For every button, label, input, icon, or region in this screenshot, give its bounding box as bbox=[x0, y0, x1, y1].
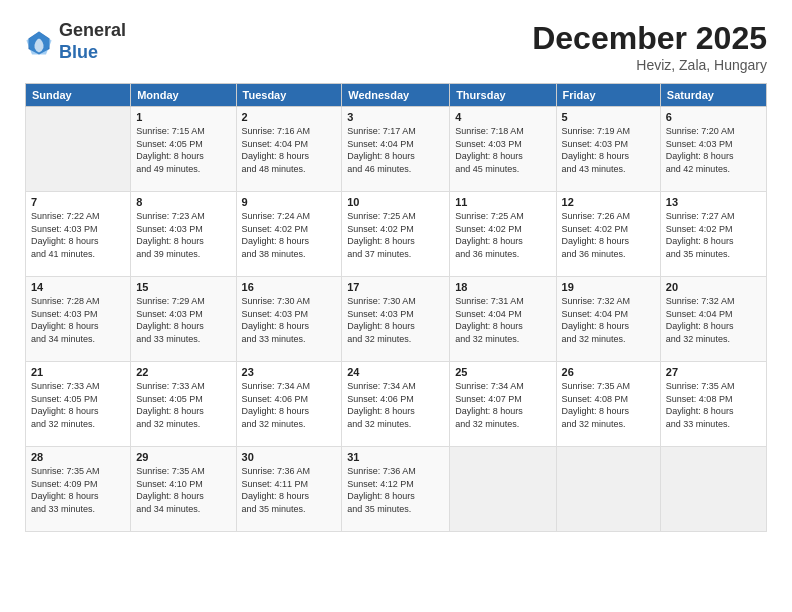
day-info: Sunrise: 7:28 AM Sunset: 4:03 PM Dayligh… bbox=[31, 295, 125, 345]
calendar-header-row: SundayMondayTuesdayWednesdayThursdayFrid… bbox=[26, 84, 767, 107]
day-number: 31 bbox=[347, 451, 444, 463]
day-number: 19 bbox=[562, 281, 655, 293]
day-info: Sunrise: 7:22 AM Sunset: 4:03 PM Dayligh… bbox=[31, 210, 125, 260]
day-cell: 17Sunrise: 7:30 AM Sunset: 4:03 PM Dayli… bbox=[342, 277, 450, 362]
day-cell: 29Sunrise: 7:35 AM Sunset: 4:10 PM Dayli… bbox=[131, 447, 236, 532]
day-info: Sunrise: 7:24 AM Sunset: 4:02 PM Dayligh… bbox=[242, 210, 337, 260]
day-number: 6 bbox=[666, 111, 761, 123]
location-subtitle: Heviz, Zala, Hungary bbox=[532, 57, 767, 73]
day-info: Sunrise: 7:25 AM Sunset: 4:02 PM Dayligh… bbox=[455, 210, 550, 260]
day-cell: 5Sunrise: 7:19 AM Sunset: 4:03 PM Daylig… bbox=[556, 107, 660, 192]
month-title: December 2025 bbox=[532, 20, 767, 57]
day-cell bbox=[556, 447, 660, 532]
day-number: 11 bbox=[455, 196, 550, 208]
day-number: 2 bbox=[242, 111, 337, 123]
col-header-monday: Monday bbox=[131, 84, 236, 107]
day-number: 15 bbox=[136, 281, 230, 293]
day-number: 27 bbox=[666, 366, 761, 378]
day-number: 14 bbox=[31, 281, 125, 293]
day-info: Sunrise: 7:16 AM Sunset: 4:04 PM Dayligh… bbox=[242, 125, 337, 175]
day-number: 4 bbox=[455, 111, 550, 123]
day-cell: 4Sunrise: 7:18 AM Sunset: 4:03 PM Daylig… bbox=[450, 107, 556, 192]
day-cell: 22Sunrise: 7:33 AM Sunset: 4:05 PM Dayli… bbox=[131, 362, 236, 447]
day-number: 13 bbox=[666, 196, 761, 208]
day-info: Sunrise: 7:36 AM Sunset: 4:11 PM Dayligh… bbox=[242, 465, 337, 515]
day-number: 28 bbox=[31, 451, 125, 463]
day-cell: 12Sunrise: 7:26 AM Sunset: 4:02 PM Dayli… bbox=[556, 192, 660, 277]
day-cell: 27Sunrise: 7:35 AM Sunset: 4:08 PM Dayli… bbox=[660, 362, 766, 447]
day-cell bbox=[660, 447, 766, 532]
day-number: 10 bbox=[347, 196, 444, 208]
col-header-wednesday: Wednesday bbox=[342, 84, 450, 107]
day-info: Sunrise: 7:31 AM Sunset: 4:04 PM Dayligh… bbox=[455, 295, 550, 345]
day-number: 7 bbox=[31, 196, 125, 208]
day-cell: 2Sunrise: 7:16 AM Sunset: 4:04 PM Daylig… bbox=[236, 107, 342, 192]
day-info: Sunrise: 7:33 AM Sunset: 4:05 PM Dayligh… bbox=[31, 380, 125, 430]
day-info: Sunrise: 7:34 AM Sunset: 4:06 PM Dayligh… bbox=[347, 380, 444, 430]
day-cell bbox=[26, 107, 131, 192]
day-cell: 26Sunrise: 7:35 AM Sunset: 4:08 PM Dayli… bbox=[556, 362, 660, 447]
day-cell: 28Sunrise: 7:35 AM Sunset: 4:09 PM Dayli… bbox=[26, 447, 131, 532]
day-cell: 24Sunrise: 7:34 AM Sunset: 4:06 PM Dayli… bbox=[342, 362, 450, 447]
day-info: Sunrise: 7:25 AM Sunset: 4:02 PM Dayligh… bbox=[347, 210, 444, 260]
title-block: December 2025 Heviz, Zala, Hungary bbox=[532, 20, 767, 73]
day-cell: 18Sunrise: 7:31 AM Sunset: 4:04 PM Dayli… bbox=[450, 277, 556, 362]
day-cell: 10Sunrise: 7:25 AM Sunset: 4:02 PM Dayli… bbox=[342, 192, 450, 277]
week-row-2: 14Sunrise: 7:28 AM Sunset: 4:03 PM Dayli… bbox=[26, 277, 767, 362]
day-number: 21 bbox=[31, 366, 125, 378]
day-cell: 8Sunrise: 7:23 AM Sunset: 4:03 PM Daylig… bbox=[131, 192, 236, 277]
day-info: Sunrise: 7:36 AM Sunset: 4:12 PM Dayligh… bbox=[347, 465, 444, 515]
page: General Blue December 2025 Heviz, Zala, … bbox=[0, 0, 792, 612]
day-info: Sunrise: 7:20 AM Sunset: 4:03 PM Dayligh… bbox=[666, 125, 761, 175]
day-cell: 23Sunrise: 7:34 AM Sunset: 4:06 PM Dayli… bbox=[236, 362, 342, 447]
day-number: 20 bbox=[666, 281, 761, 293]
day-cell: 1Sunrise: 7:15 AM Sunset: 4:05 PM Daylig… bbox=[131, 107, 236, 192]
day-info: Sunrise: 7:18 AM Sunset: 4:03 PM Dayligh… bbox=[455, 125, 550, 175]
day-info: Sunrise: 7:33 AM Sunset: 4:05 PM Dayligh… bbox=[136, 380, 230, 430]
day-number: 23 bbox=[242, 366, 337, 378]
col-header-thursday: Thursday bbox=[450, 84, 556, 107]
day-number: 16 bbox=[242, 281, 337, 293]
week-row-0: 1Sunrise: 7:15 AM Sunset: 4:05 PM Daylig… bbox=[26, 107, 767, 192]
day-info: Sunrise: 7:35 AM Sunset: 4:09 PM Dayligh… bbox=[31, 465, 125, 515]
day-cell: 20Sunrise: 7:32 AM Sunset: 4:04 PM Dayli… bbox=[660, 277, 766, 362]
week-row-3: 21Sunrise: 7:33 AM Sunset: 4:05 PM Dayli… bbox=[26, 362, 767, 447]
col-header-sunday: Sunday bbox=[26, 84, 131, 107]
day-cell: 16Sunrise: 7:30 AM Sunset: 4:03 PM Dayli… bbox=[236, 277, 342, 362]
day-info: Sunrise: 7:23 AM Sunset: 4:03 PM Dayligh… bbox=[136, 210, 230, 260]
col-header-friday: Friday bbox=[556, 84, 660, 107]
day-cell: 11Sunrise: 7:25 AM Sunset: 4:02 PM Dayli… bbox=[450, 192, 556, 277]
day-number: 22 bbox=[136, 366, 230, 378]
day-info: Sunrise: 7:30 AM Sunset: 4:03 PM Dayligh… bbox=[242, 295, 337, 345]
day-number: 30 bbox=[242, 451, 337, 463]
day-cell: 30Sunrise: 7:36 AM Sunset: 4:11 PM Dayli… bbox=[236, 447, 342, 532]
day-number: 18 bbox=[455, 281, 550, 293]
col-header-tuesday: Tuesday bbox=[236, 84, 342, 107]
day-info: Sunrise: 7:30 AM Sunset: 4:03 PM Dayligh… bbox=[347, 295, 444, 345]
day-number: 24 bbox=[347, 366, 444, 378]
day-cell: 31Sunrise: 7:36 AM Sunset: 4:12 PM Dayli… bbox=[342, 447, 450, 532]
day-number: 9 bbox=[242, 196, 337, 208]
day-info: Sunrise: 7:35 AM Sunset: 4:08 PM Dayligh… bbox=[562, 380, 655, 430]
day-cell: 6Sunrise: 7:20 AM Sunset: 4:03 PM Daylig… bbox=[660, 107, 766, 192]
day-cell: 3Sunrise: 7:17 AM Sunset: 4:04 PM Daylig… bbox=[342, 107, 450, 192]
logo-icon bbox=[25, 28, 53, 56]
day-number: 3 bbox=[347, 111, 444, 123]
day-number: 26 bbox=[562, 366, 655, 378]
day-info: Sunrise: 7:32 AM Sunset: 4:04 PM Dayligh… bbox=[666, 295, 761, 345]
day-number: 1 bbox=[136, 111, 230, 123]
day-cell: 25Sunrise: 7:34 AM Sunset: 4:07 PM Dayli… bbox=[450, 362, 556, 447]
day-info: Sunrise: 7:32 AM Sunset: 4:04 PM Dayligh… bbox=[562, 295, 655, 345]
day-cell: 19Sunrise: 7:32 AM Sunset: 4:04 PM Dayli… bbox=[556, 277, 660, 362]
day-number: 12 bbox=[562, 196, 655, 208]
day-info: Sunrise: 7:29 AM Sunset: 4:03 PM Dayligh… bbox=[136, 295, 230, 345]
day-info: Sunrise: 7:34 AM Sunset: 4:06 PM Dayligh… bbox=[242, 380, 337, 430]
col-header-saturday: Saturday bbox=[660, 84, 766, 107]
logo: General Blue bbox=[25, 20, 126, 63]
day-cell bbox=[450, 447, 556, 532]
day-cell: 21Sunrise: 7:33 AM Sunset: 4:05 PM Dayli… bbox=[26, 362, 131, 447]
header: General Blue December 2025 Heviz, Zala, … bbox=[25, 20, 767, 73]
day-info: Sunrise: 7:27 AM Sunset: 4:02 PM Dayligh… bbox=[666, 210, 761, 260]
day-number: 17 bbox=[347, 281, 444, 293]
day-info: Sunrise: 7:35 AM Sunset: 4:10 PM Dayligh… bbox=[136, 465, 230, 515]
